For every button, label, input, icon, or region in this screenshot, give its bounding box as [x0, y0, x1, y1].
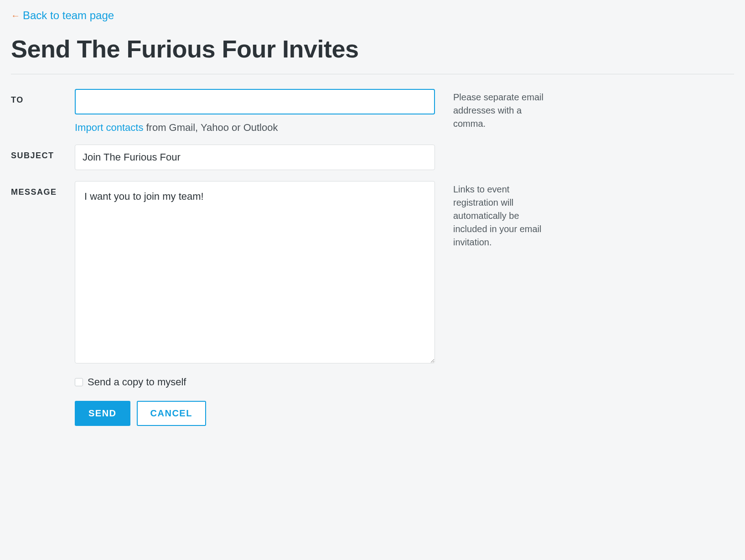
message-textarea[interactable]: [75, 181, 435, 363]
copy-self-label[interactable]: Send a copy to myself: [88, 376, 186, 388]
cancel-button[interactable]: CANCEL: [137, 401, 206, 426]
back-link-label: Back to team page: [23, 9, 114, 22]
subject-input[interactable]: [75, 145, 435, 170]
message-label: MESSAGE: [11, 187, 57, 197]
divider: [11, 74, 734, 74]
import-contacts-link[interactable]: Import contacts: [75, 122, 143, 133]
page-title: Send The Furious Four Invites: [11, 35, 734, 63]
arrow-left-icon: ←: [11, 10, 20, 21]
subject-label: SUBJECT: [11, 151, 54, 160]
to-input[interactable]: [75, 89, 435, 114]
send-button[interactable]: SEND: [75, 401, 130, 426]
import-contacts-line: Import contacts from Gmail, Yahoo or Out…: [75, 122, 435, 134]
copy-self-checkbox[interactable]: [75, 378, 83, 386]
import-contacts-rest: from Gmail, Yahoo or Outlook: [143, 122, 278, 133]
to-help-text: Please separate email addresses with a c…: [453, 91, 544, 130]
back-to-team-link[interactable]: ← Back to team page: [11, 9, 114, 22]
to-label: TO: [11, 95, 24, 104]
message-help-text: Links to event registration will automat…: [453, 183, 544, 249]
